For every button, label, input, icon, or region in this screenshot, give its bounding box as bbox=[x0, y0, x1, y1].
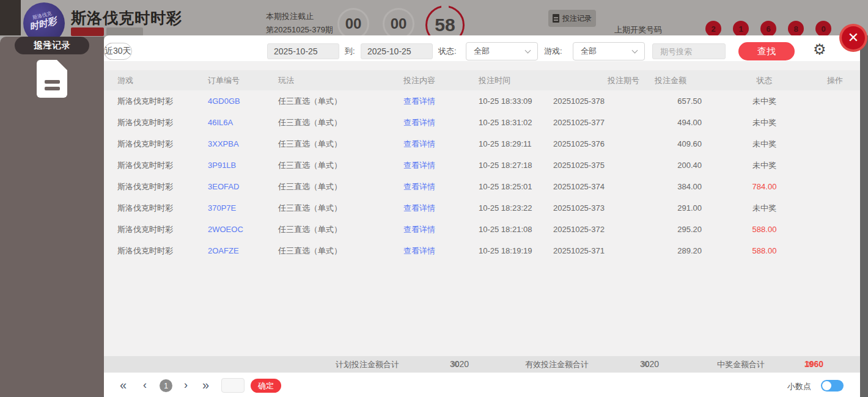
view-details-link[interactable]: 查看详情 bbox=[403, 160, 479, 171]
cell-play-type: 任三直选（单式） bbox=[278, 203, 403, 214]
order-id-link[interactable]: 3P91LB bbox=[208, 161, 278, 170]
table-header-row: 游戏订单编号玩法投注内容投注时间投注期号投注金额状态操作 bbox=[104, 70, 860, 90]
cell-amount: 295.20 bbox=[639, 225, 702, 234]
date-to-input[interactable] bbox=[361, 43, 433, 59]
cell-period: 20251025-378 bbox=[553, 97, 639, 106]
period-search-input[interactable] bbox=[652, 43, 726, 59]
cell-bet-time: 10-25 18:19:19 bbox=[479, 246, 553, 255]
table-header-cell: 玩法 bbox=[278, 75, 403, 86]
date-from-input[interactable] bbox=[267, 43, 339, 59]
page-confirm-button[interactable]: 确定 bbox=[251, 379, 281, 393]
bet-records-modal: 今天 昨天 近7天 近30天 到: 状态: bbox=[104, 35, 860, 397]
first-page-button[interactable]: « bbox=[120, 378, 127, 392]
view-details-link[interactable]: 查看详情 bbox=[403, 181, 479, 192]
table-header-cell: 投注内容 bbox=[403, 75, 479, 86]
lottery-title: 斯洛伐克时时彩 bbox=[71, 8, 182, 28]
draw-number-ball: 2 bbox=[705, 21, 721, 37]
settings-gear-icon[interactable]: ⚙ bbox=[813, 41, 826, 58]
cell-status: 未中奖 bbox=[702, 96, 827, 107]
bet-records-button[interactable]: 投注记录 bbox=[548, 10, 596, 27]
records-table: 游戏订单编号玩法投注内容投注时间投注期号投注金额状态操作 斯洛伐克时时彩 4GD… bbox=[104, 61, 860, 356]
sidebar-item[interactable]: 追号记录 bbox=[15, 37, 89, 54]
cell-period: 20251025-377 bbox=[553, 118, 639, 127]
date-to-label: 到: bbox=[345, 46, 355, 57]
game-filter-label: 游戏: bbox=[544, 46, 562, 57]
view-details-link[interactable]: 查看详情 bbox=[403, 117, 479, 128]
cell-bet-time: 10-25 18:33:09 bbox=[479, 97, 553, 106]
order-id-link[interactable]: 4GD0GB bbox=[208, 97, 278, 106]
table-row: 斯洛伐克时时彩 3EOFAD 任三直选（单式） 查看详情 10-25 18:25… bbox=[104, 176, 860, 197]
cell-amount: 291.00 bbox=[639, 203, 702, 213]
last-draw-numbers: 21680 bbox=[705, 21, 831, 37]
cell-status: 未中奖 bbox=[702, 203, 827, 214]
cell-status: 未中奖 bbox=[702, 160, 827, 171]
view-details-link[interactable]: 查看详情 bbox=[403, 139, 479, 150]
document-icon bbox=[553, 14, 559, 23]
page-header: 斯洛伐克 时时彩 斯洛伐克时时彩 本期投注截止 第20251025-379期 0… bbox=[0, 0, 868, 35]
table-row: 斯洛伐克时时彩 3XXPBA 任三直选（单式） 查看详情 10-25 18:29… bbox=[104, 133, 860, 155]
vertical-scrollbar[interactable] bbox=[860, 35, 868, 397]
decimal-toggle-switch[interactable] bbox=[821, 380, 844, 392]
order-id-link[interactable]: 370P7E bbox=[208, 203, 278, 213]
draw-number-ball: 8 bbox=[788, 21, 804, 37]
table-row: 斯洛伐克时时彩 4GD0GB 任三直选（单式） 查看详情 10-25 18:33… bbox=[104, 90, 860, 112]
table-header-cell: 状态 bbox=[702, 75, 827, 86]
cell-bet-time: 10-25 18:27:18 bbox=[479, 161, 553, 170]
current-period-label: 第20251025-379期 bbox=[266, 24, 333, 35]
cell-amount: 384.00 bbox=[639, 182, 702, 191]
cell-game: 斯洛伐克时时彩 bbox=[117, 139, 208, 150]
cell-play-type: 任三直选（单式） bbox=[278, 224, 403, 235]
cell-game: 斯洛伐克时时彩 bbox=[117, 160, 208, 171]
cell-amount: 657.50 bbox=[639, 97, 702, 106]
prev-page-button[interactable]: ‹ bbox=[143, 378, 147, 392]
table-body: 斯洛伐克时时彩 4GD0GB 任三直选（单式） 查看详情 10-25 18:33… bbox=[104, 90, 860, 261]
page-number-input[interactable] bbox=[221, 378, 245, 393]
view-details-link[interactable]: 查看详情 bbox=[403, 203, 479, 214]
last-page-button[interactable]: » bbox=[202, 378, 209, 392]
table-header-cell: 订单编号 bbox=[208, 75, 278, 86]
bet-records-button-label: 投注记录 bbox=[562, 13, 592, 24]
chevron-down-icon bbox=[632, 48, 638, 54]
order-id-link[interactable]: 3EOFAD bbox=[208, 182, 278, 191]
cell-status: 未中奖 bbox=[702, 117, 827, 128]
close-icon: ✕ bbox=[842, 26, 865, 49]
cell-bet-time: 10-25 18:21:08 bbox=[479, 225, 553, 234]
order-id-link[interactable]: 2OAFZE bbox=[208, 246, 278, 255]
next-page-button[interactable]: › bbox=[184, 378, 188, 392]
search-button[interactable]: 查找 bbox=[738, 42, 795, 60]
draw-number-ball: 1 bbox=[733, 21, 749, 37]
status-select[interactable]: 全部 bbox=[466, 42, 538, 60]
table-header-cell: 投注金额 bbox=[639, 75, 702, 86]
current-page-badge[interactable]: 1 bbox=[160, 379, 172, 392]
cell-game: 斯洛伐克时时彩 bbox=[117, 224, 208, 235]
view-details-link[interactable]: 查看详情 bbox=[403, 246, 479, 257]
table-header-cell: 游戏 bbox=[117, 75, 208, 86]
order-id-link[interactable]: 2WOEOC bbox=[208, 225, 278, 234]
status-select-value: 全部 bbox=[474, 46, 490, 57]
cell-bet-time: 10-25 18:23:22 bbox=[479, 203, 553, 213]
cell-game: 斯洛伐克时时彩 bbox=[117, 96, 208, 107]
bet-deadline-label: 本期投注截止 bbox=[266, 11, 314, 22]
cell-game: 斯洛伐克时时彩 bbox=[117, 246, 208, 257]
header-dark-edge bbox=[0, 0, 21, 35]
cell-amount: 494.00 bbox=[639, 118, 702, 127]
cell-game: 斯洛伐克时时彩 bbox=[117, 203, 208, 214]
table-row: 斯洛伐克时时彩 2OAFZE 任三直选（单式） 查看详情 10-25 18:19… bbox=[104, 240, 860, 261]
records-sidebar: 投注记录 追号记录 bbox=[0, 37, 104, 397]
modal-close-button[interactable]: ✕ bbox=[839, 24, 867, 52]
obscured-red-button bbox=[71, 27, 104, 36]
view-details-link[interactable]: 查看详情 bbox=[403, 224, 479, 235]
summary-bar: 计划投注金额合计 3020.90 有效投注金额合计 3020.90 中奖金额合计… bbox=[104, 356, 860, 373]
cell-amount: 289.20 bbox=[639, 246, 702, 255]
order-id-link[interactable]: 46IL6A bbox=[208, 118, 278, 127]
order-id-link[interactable]: 3XXPBA bbox=[208, 139, 278, 148]
quick-range-button[interactable]: 近30天 bbox=[104, 43, 132, 60]
game-select[interactable]: 全部 bbox=[573, 42, 645, 60]
view-details-link[interactable]: 查看详情 bbox=[403, 96, 479, 107]
chevron-down-icon bbox=[525, 48, 531, 54]
win-total-label: 中奖金额合计 bbox=[717, 356, 765, 373]
cell-status: 588.00 bbox=[702, 225, 827, 234]
records-document-icon bbox=[37, 60, 67, 98]
cell-status: 784.00 bbox=[702, 182, 827, 191]
table-row: 斯洛伐克时时彩 3P91LB 任三直选（单式） 查看详情 10-25 18:27… bbox=[104, 155, 860, 176]
